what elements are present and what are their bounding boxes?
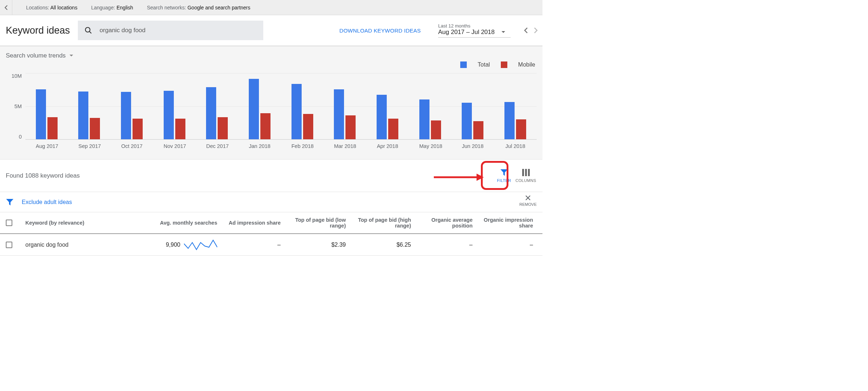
bar-mobile [516,119,526,139]
y-tick: 0 [19,134,22,140]
legend-label-mobile[interactable]: Mobile [518,61,535,68]
network-value: Google and search partners [188,5,251,10]
col-header-organic-pos[interactable]: Organic average position [415,214,476,231]
filter-button[interactable]: FILTER [493,169,515,183]
col-header-keyword[interactable]: Keyword (by relevance) [22,217,130,229]
bar-mobile [303,114,313,139]
col-header-ad-impression[interactable]: Ad impression share [221,217,284,229]
search-box[interactable] [78,21,263,40]
cell-organic-pos: – [415,239,476,251]
chart-month-group[interactable] [249,79,271,139]
bar-mobile [175,119,185,139]
bar-total [121,92,131,139]
keyword-ideas-table: Keyword (by relevance) Avg. monthly sear… [0,212,542,256]
date-range-picker[interactable]: Last 12 months Aug 2017 – Jul 2018 [438,23,511,38]
cell-keyword: organic dog food [22,239,130,251]
close-icon [525,195,531,201]
bar-mobile [133,119,143,139]
bar-total [36,89,46,139]
page-title: Keyword ideas [6,25,70,36]
date-range-caption: Last 12 months [438,23,511,29]
bar-mobile [388,119,398,139]
chart-month-group[interactable] [78,92,100,139]
bar-mobile [47,117,58,139]
filter-button-label: FILTER [497,178,511,183]
legend-label-total[interactable]: Total [478,61,490,68]
bar-mobile [473,121,483,139]
columns-icon [522,169,530,176]
bar-mobile [218,117,228,139]
chart-x-axis: Aug 2017Sep 2017Oct 2017Nov 2017Dec 2017… [25,140,537,149]
x-tick: Jan 2018 [249,143,271,149]
col-header-organic-imp[interactable]: Organic impression share [476,214,537,231]
bar-mobile [431,120,441,139]
chart-month-group[interactable] [419,99,441,139]
x-tick: Dec 2017 [206,143,228,149]
chart-month-group[interactable] [121,92,143,139]
chart-month-group[interactable] [164,91,185,139]
table-header-row: Keyword (by relevance) Avg. monthly sear… [0,212,542,234]
next-period-button[interactable] [534,27,538,34]
x-tick: Feb 2018 [292,143,313,149]
locations-label: Locations: [26,5,49,10]
filter-icon [500,169,508,176]
cell-organic-imp: – [476,239,537,251]
language-setting[interactable]: Language: English [91,5,133,10]
x-tick: Aug 2017 [36,143,58,149]
chart-month-group[interactable] [36,89,58,139]
locations-setting[interactable]: Locations: All locations [26,5,77,10]
svg-line-1 [89,31,92,34]
chart-month-group[interactable] [504,102,526,139]
bar-total [334,89,344,139]
y-tick: 10M [12,73,22,79]
row-checkbox[interactable] [6,242,12,248]
locations-value: All locations [50,5,77,10]
x-tick: May 2018 [419,143,441,149]
x-tick: Jul 2018 [504,143,526,149]
header-row: Keyword ideas DOWNLOAD KEYWORD IDEAS Las… [0,15,542,46]
bar-total [292,84,302,139]
bar-total [164,91,174,139]
x-tick: Sep 2017 [78,143,100,149]
chart-month-group[interactable] [462,103,483,139]
bar-total [78,92,88,139]
filter-icon[interactable] [6,199,14,206]
cell-bid-low: $2.39 [284,239,349,251]
back-button[interactable] [0,0,12,15]
date-range-value: Aug 2017 – Jul 2018 [438,29,495,36]
remove-filter-button[interactable]: REMOVE [519,195,537,207]
col-header-bid-low[interactable]: Top of page bid (low range) [284,214,349,231]
select-all-checkbox[interactable] [6,220,12,226]
bar-total [419,99,429,139]
chart-month-group[interactable] [292,84,313,139]
network-label: Search networks: [147,5,186,10]
cell-avg-searches: 9,900 [130,237,221,253]
filter-chip-exclude-adult[interactable]: Exclude adult ideas [22,199,72,205]
columns-button-label: COLUMNS [515,178,536,183]
search-input[interactable] [99,21,263,40]
bar-total [504,102,515,139]
legend-swatch-mobile [501,61,507,68]
x-tick: Nov 2017 [164,143,185,149]
prev-period-button[interactable] [524,27,528,34]
chart-month-group[interactable] [334,89,356,139]
chart-type-label: Search volume trends [6,52,66,59]
col-header-avg[interactable]: Avg. monthly searches [130,217,221,229]
chart-legend: Total Mobile [6,61,535,68]
sparkline-icon [184,239,217,250]
network-setting[interactable]: Search networks: Google and search partn… [147,5,251,10]
chart-month-group[interactable] [206,87,228,139]
columns-button[interactable]: COLUMNS [515,169,537,183]
bar-total [206,87,216,139]
legend-swatch-total [460,61,467,68]
caret-down-icon [69,54,74,57]
results-toolbar: Found 1088 keyword ideas FILTER COLUMNS [0,160,542,192]
chart-month-group[interactable] [377,95,398,139]
chart-type-dropdown[interactable]: Search volume trends [6,52,537,59]
download-keyword-ideas-link[interactable]: DOWNLOAD KEYWORD IDEAS [339,27,421,34]
col-header-bid-high[interactable]: Top of page bid (high range) [349,214,415,231]
table-row[interactable]: organic dog food9,900–$2.39$6.25–– [0,234,542,256]
svg-point-0 [85,27,90,32]
bar-mobile [260,113,271,139]
settings-bar: Locations: All locations Language: Engli… [0,0,542,15]
